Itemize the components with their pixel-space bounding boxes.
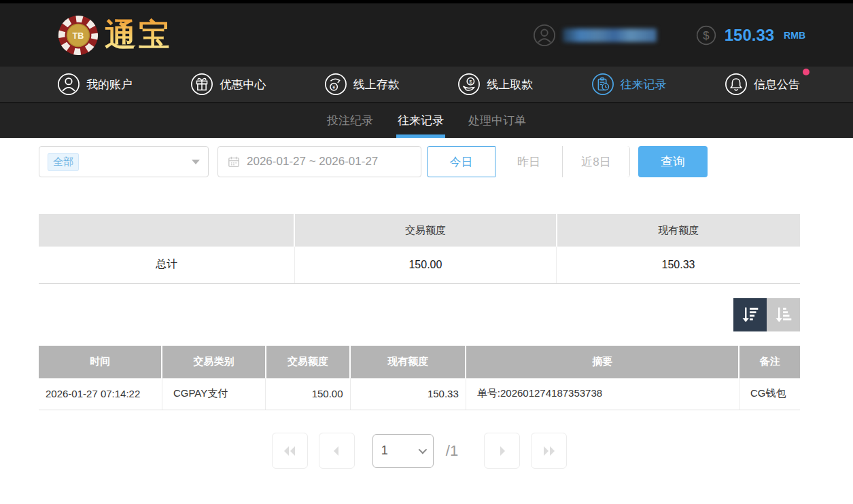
nav-item-promotions[interactable]: 优惠中心 bbox=[190, 73, 266, 96]
cell-transaction-amount: 150.00 bbox=[266, 378, 350, 410]
main-nav: 我的账户 优惠中心 ¥ 线上存款 $ 线上取款 bbox=[0, 67, 853, 103]
summary-header-row: 交易额度 现有额度 bbox=[39, 214, 800, 247]
brand-name: 通宝 bbox=[105, 14, 173, 56]
sort-ascending-button[interactable] bbox=[767, 298, 800, 331]
site-header: TB 通宝 $ 150.33 RMB bbox=[0, 3, 853, 67]
tab-transaction-records[interactable]: 往来记录 bbox=[396, 105, 445, 138]
type-select-dropdown[interactable]: 全部 bbox=[39, 146, 209, 177]
double-left-arrow-icon bbox=[281, 443, 298, 459]
cell-type: CGPAY支付 bbox=[162, 378, 265, 410]
table-row: 2026-01-27 07:14:22 CGPAY支付 150.00 150.3… bbox=[39, 378, 800, 410]
records-icon bbox=[591, 73, 614, 96]
next-page-button[interactable] bbox=[484, 433, 520, 469]
today-button[interactable]: 今日 bbox=[427, 146, 495, 177]
date-range-value: 2026-01-27 ~ 2026-01-27 bbox=[247, 155, 378, 168]
nav-label: 往来记录 bbox=[621, 77, 667, 92]
current-page: 1 bbox=[381, 444, 388, 458]
sort-controls bbox=[39, 298, 800, 331]
page-select[interactable]: 1 bbox=[372, 434, 434, 468]
svg-text:$: $ bbox=[703, 29, 709, 41]
balance-amount: 150.33 bbox=[725, 26, 774, 45]
nav-item-deposit[interactable]: ¥ 线上存款 bbox=[324, 73, 400, 96]
last-page-button[interactable] bbox=[531, 433, 567, 469]
total-pages: /1 bbox=[446, 442, 458, 460]
chevron-down-icon bbox=[192, 160, 200, 164]
summary-transaction-amount: 150.00 bbox=[294, 247, 556, 283]
table-header-row: 时间 交易类别 交易额度 现有额度 摘要 备注 bbox=[39, 346, 800, 378]
chevron-down-icon bbox=[418, 446, 427, 454]
username-masked bbox=[563, 29, 657, 42]
cell-current-amount: 150.33 bbox=[350, 378, 466, 410]
previous-page-button[interactable] bbox=[319, 433, 355, 469]
double-right-arrow-icon bbox=[541, 443, 557, 459]
sort-ascending-icon bbox=[773, 304, 795, 325]
cell-note: CG钱包 bbox=[739, 378, 800, 410]
notification-dot bbox=[803, 69, 810, 75]
col-transaction-amount: 交易额度 bbox=[266, 346, 350, 378]
nav-item-transaction-records[interactable]: 往来记录 bbox=[591, 73, 667, 96]
nav-item-withdraw[interactable]: $ 线上取款 bbox=[457, 73, 533, 96]
summary-header-current: 现有额度 bbox=[557, 214, 800, 247]
gift-icon bbox=[190, 73, 213, 96]
nav-label: 优惠中心 bbox=[220, 77, 266, 92]
right-arrow-icon bbox=[494, 443, 510, 459]
col-time: 时间 bbox=[39, 346, 162, 378]
last-8-days-button[interactable]: 近8日 bbox=[562, 146, 629, 177]
sort-descending-icon bbox=[739, 304, 761, 325]
filter-row: 全部 2026-01-27 ~ 2026-01-27 今日 昨日 近8日 查询 bbox=[39, 146, 800, 177]
bell-icon bbox=[725, 73, 748, 96]
cell-time: 2026-01-27 07:14:22 bbox=[39, 378, 162, 410]
user-icon bbox=[57, 73, 80, 96]
svg-text:TB: TB bbox=[73, 31, 84, 40]
summary-total-row: 总计 150.00 150.33 bbox=[39, 247, 800, 283]
nav-label: 线上存款 bbox=[353, 77, 400, 92]
calendar-icon bbox=[228, 156, 240, 168]
deposit-icon: ¥ bbox=[324, 73, 347, 96]
user-avatar-icon bbox=[533, 24, 556, 47]
nav-label: 线上取款 bbox=[487, 77, 533, 92]
summary-current-amount: 150.33 bbox=[557, 247, 800, 283]
brand-logo[interactable]: TB 通宝 bbox=[57, 14, 173, 56]
dollar-coin-icon: $ bbox=[696, 25, 716, 46]
transactions-table: 时间 交易类别 交易额度 现有额度 摘要 备注 2026-01-27 07:14… bbox=[39, 346, 800, 411]
poker-chip-icon: TB bbox=[57, 14, 99, 56]
tab-pending-orders[interactable]: 处理中订单 bbox=[467, 105, 527, 138]
nav-item-my-account[interactable]: 我的账户 bbox=[57, 73, 133, 96]
summary-total-label: 总计 bbox=[39, 247, 294, 283]
col-current-amount: 现有额度 bbox=[350, 346, 466, 378]
balance-currency: RMB bbox=[784, 30, 805, 41]
yesterday-button[interactable]: 昨日 bbox=[495, 146, 562, 177]
col-type: 交易类别 bbox=[162, 346, 265, 378]
content-area: 全部 2026-01-27 ~ 2026-01-27 今日 昨日 近8日 查询 bbox=[0, 138, 853, 469]
summary-header-transaction: 交易额度 bbox=[294, 214, 556, 247]
type-select-value: 全部 bbox=[48, 153, 79, 171]
sub-nav: 投注纪录 往来记录 处理中订单 bbox=[0, 103, 853, 138]
nav-item-announcements[interactable]: 信息公告 bbox=[725, 73, 800, 96]
pagination: 1 /1 bbox=[39, 433, 800, 469]
user-account-area[interactable] bbox=[533, 24, 657, 47]
summary-header-empty bbox=[39, 214, 294, 247]
withdraw-icon: $ bbox=[457, 73, 481, 96]
summary-table: 交易额度 现有额度 总计 150.00 150.33 bbox=[39, 214, 800, 284]
cell-summary: 单号:202601274187353738 bbox=[466, 378, 739, 410]
nav-label: 我的账户 bbox=[86, 77, 133, 92]
col-summary: 摘要 bbox=[466, 346, 739, 378]
col-note: 备注 bbox=[739, 346, 800, 378]
sort-descending-button[interactable] bbox=[733, 298, 767, 331]
nav-label: 信息公告 bbox=[754, 77, 800, 92]
quick-date-button-group: 今日 昨日 近8日 bbox=[427, 146, 630, 177]
date-range-input[interactable]: 2026-01-27 ~ 2026-01-27 bbox=[217, 146, 421, 177]
first-page-button[interactable] bbox=[272, 433, 308, 469]
wallet-balance[interactable]: $ 150.33 RMB bbox=[696, 25, 805, 46]
search-button[interactable]: 查询 bbox=[638, 146, 708, 177]
tab-betting-records[interactable]: 投注纪录 bbox=[326, 105, 375, 138]
left-arrow-icon bbox=[328, 443, 345, 459]
